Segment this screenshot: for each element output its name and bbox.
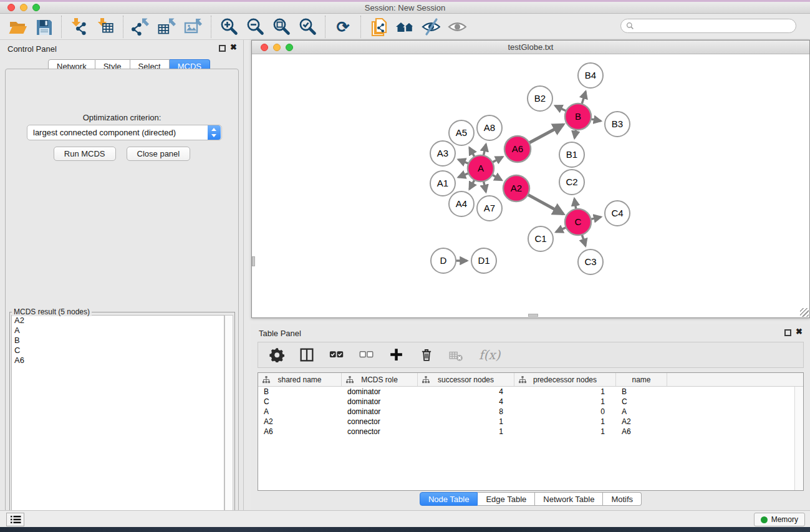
import-network-button[interactable] [69,17,89,37]
node-B3[interactable]: B3 [605,112,630,137]
function-builder-button[interactable]: f(x) [479,345,500,365]
node-A2[interactable]: A2 [503,175,529,201]
hide-panels-button[interactable] [421,17,441,37]
zoom-fit-button[interactable] [271,17,291,37]
node-A3[interactable]: A3 [430,141,455,166]
column-header-MCDS-role[interactable]: MCDS role [342,373,418,386]
node-C3[interactable]: C3 [578,249,603,274]
node-C2[interactable]: C2 [559,170,584,195]
network-vertical-scrollbar[interactable] [252,256,255,266]
node-B2[interactable]: B2 [528,86,552,111]
table-cell[interactable]: 4 [418,397,514,407]
table-cell[interactable]: dominator [342,397,418,407]
tab-edge-table[interactable]: Edge Table [478,492,535,506]
table-cell[interactable]: C [616,397,667,407]
tab-motifs[interactable]: Motifs [603,492,642,506]
column-header-name[interactable]: name [616,373,667,386]
home-button[interactable] [395,17,415,37]
export-network-button[interactable] [131,17,151,37]
table-cell[interactable]: 1 [418,417,514,427]
float-table-panel-button[interactable] [784,329,791,336]
float-panel-button[interactable] [219,45,226,52]
table-cell[interactable]: B [616,387,667,397]
delete-table-button[interactable] [449,345,464,365]
node-C1[interactable]: C1 [528,226,553,251]
column-header-successor-nodes[interactable]: successor nodes [418,373,514,386]
refresh-layout-button[interactable]: ⟳ [333,17,353,37]
search-box[interactable] [620,19,796,33]
tab-network-table[interactable]: Network Table [535,492,603,506]
table-cell[interactable]: C [258,397,342,407]
node-C4[interactable]: C4 [605,201,630,226]
show-panels-button[interactable] [447,17,467,37]
node-A4[interactable]: A4 [449,191,474,216]
table-cell[interactable]: 8 [418,407,514,417]
table-row[interactable]: A6connector11A6 [258,427,803,437]
table-row[interactable]: Bdominator41B [258,387,803,397]
mcds-result-item[interactable]: A6 [12,355,224,365]
table-cell[interactable]: 4 [418,387,514,397]
table-cell[interactable]: A [258,407,342,417]
network-window-titlebar[interactable]: testGlobe.txt [252,41,809,54]
network-horizontal-scrollbar[interactable] [528,314,538,317]
node-B4[interactable]: B4 [578,63,603,88]
show-columns-button[interactable] [299,345,314,365]
edge-A6-B[interactable] [528,125,563,144]
node-D[interactable]: D [431,248,456,273]
node-B1[interactable]: B1 [559,142,584,167]
export-image-button[interactable] [183,17,203,37]
table-cell[interactable]: 1 [514,387,616,397]
network-canvas[interactable]: B4B2BB3A8A5A6A3B1AC2A1A2A4A7C4CC1C3DD1 [252,54,809,317]
table-cell[interactable]: A6 [258,427,342,437]
table-cell[interactable]: dominator [342,387,418,397]
table-cell[interactable]: 1 [514,417,616,427]
table-cell[interactable]: connector [342,417,418,427]
node-C[interactable]: C [565,209,591,235]
node-A1[interactable]: A1 [430,171,455,196]
table-row[interactable]: A2connector11A2 [258,417,803,427]
new-session-button[interactable] [369,17,388,37]
table-cell[interactable]: A2 [616,417,667,427]
node-A6[interactable]: A6 [504,136,531,162]
tab-node-table[interactable]: Node Table [420,492,478,506]
import-table-button[interactable] [95,17,115,37]
table-cell[interactable]: A6 [616,427,667,437]
table-cell[interactable]: dominator [342,407,418,417]
mcds-result-item[interactable]: B [12,336,224,346]
close-panel-button[interactable]: Close panel [127,147,191,161]
table-scrollbar[interactable] [794,387,803,490]
node-D1[interactable]: D1 [471,248,496,273]
zoom-out-button[interactable] [245,17,265,37]
run-mcds-button[interactable]: Run MCDS [54,147,116,161]
delete-row-button[interactable] [419,345,434,365]
mcds-result-item[interactable]: A2 [12,316,224,326]
unselect-all-columns-button[interactable] [359,345,374,365]
table-cell[interactable]: 0 [514,407,616,417]
add-row-button[interactable] [389,345,404,365]
node-A8[interactable]: A8 [477,115,502,140]
zoom-selected-button[interactable] [297,17,317,37]
search-input[interactable] [634,20,796,32]
table-cell[interactable]: connector [342,427,418,437]
table-cell[interactable]: 1 [418,427,514,437]
column-header-shared-name[interactable]: shared name [258,373,342,386]
table-settings-button[interactable] [269,345,284,365]
table-cell[interactable]: A [616,407,667,417]
mcds-result-item[interactable]: A [12,326,224,336]
optimization-criterion-select[interactable]: largest connected component (directed) [27,125,222,140]
table-cell[interactable]: 1 [514,427,616,437]
table-cell[interactable]: A2 [258,417,342,427]
mcds-result-item[interactable]: C [12,346,224,355]
zoom-in-button[interactable] [219,17,239,37]
column-header-predecessor-nodes[interactable]: predecessor nodes [514,373,616,386]
open-file-button[interactable] [7,17,27,37]
mcds-result-list[interactable]: A2ABCA6 [11,315,224,522]
mcds-result-scrollbar[interactable] [224,315,233,522]
task-history-button[interactable] [6,513,24,526]
table-row[interactable]: Adominator80A [258,407,803,417]
table-cell[interactable]: B [258,387,342,397]
select-all-columns-button[interactable] [329,345,344,365]
table-row[interactable]: Cdominator41C [258,397,803,407]
close-table-panel-button[interactable]: ✖ [796,327,803,336]
table-cell[interactable]: 1 [514,397,616,407]
